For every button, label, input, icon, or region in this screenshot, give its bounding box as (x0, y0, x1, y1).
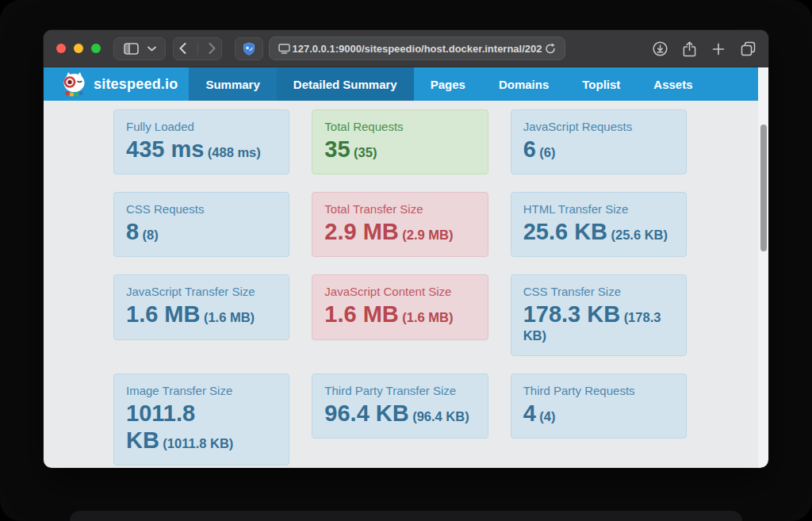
close-button[interactable] (56, 44, 66, 53)
metric-card: CSS Transfer Size178.3 KB (178.3KB) (511, 274, 687, 355)
main-column: sitespeed.io SummaryDetailed SummaryPage… (44, 67, 758, 468)
chevron-down-icon[interactable] (147, 39, 158, 58)
share-icon[interactable] (680, 40, 699, 59)
nav-item-pages[interactable]: Pages (414, 67, 482, 101)
zoom-button[interactable] (91, 44, 101, 53)
metric-label: HTML Transfer Size (523, 202, 674, 216)
metric-label: Total Transfer Size (324, 202, 475, 216)
top-navbar: sitespeed.io SummaryDetailed SummaryPage… (44, 67, 758, 101)
metric-value: 1011.8KB (1011.8 KB) (126, 400, 277, 454)
metric-value: 25.6 KB (25.6 KB) (523, 218, 674, 245)
new-tab-icon[interactable] (709, 40, 728, 59)
metric-card: Total Transfer Size2.9 MB (2.9 MB) (312, 192, 488, 257)
scrollbar-thumb[interactable] (760, 125, 767, 251)
metric-card: Image Transfer Size1011.8KB (1011.8 KB) (113, 374, 289, 465)
metric-card: CSS Requests8 (8) (113, 192, 289, 257)
dock-hint (70, 511, 742, 521)
metric-value: 1.6 MB (1.6 MB) (324, 301, 475, 328)
minimize-button[interactable] (74, 44, 83, 53)
shield-icon (243, 42, 255, 56)
metric-value: 6 (6) (523, 136, 674, 163)
extension-button[interactable] (235, 37, 263, 60)
metric-card: Fully Loaded435 ms (488 ms) (113, 109, 289, 174)
metric-card: Total Requests35 (35) (312, 109, 488, 174)
history-nav-group (173, 37, 222, 60)
window-body: sitespeed.io SummaryDetailed SummaryPage… (44, 67, 768, 468)
back-button[interactable] (174, 39, 193, 58)
metric-value: 8 (8) (126, 218, 277, 245)
metric-label: JavaScript Content Size (324, 285, 475, 298)
sidebar-toggle-group (113, 37, 166, 60)
forward-button[interactable] (203, 39, 222, 58)
metric-label: JavaScript Requests (523, 120, 674, 133)
traffic-lights (56, 44, 101, 53)
browser-window: 127.0.0.1:9000/sitespeedio/host.docker.i… (44, 30, 768, 468)
metrics-grid: Fully Loaded435 ms (488 ms)Total Request… (113, 109, 687, 465)
viewport-icon[interactable] (277, 39, 291, 58)
brand-home-link[interactable]: sitespeed.io (44, 67, 189, 101)
metric-value: 178.3 KB (178.3KB) (523, 301, 674, 343)
metric-value: 435 ms (488 ms) (126, 136, 277, 163)
metric-value: 96.4 KB (96.4 KB) (324, 400, 475, 427)
nav-item-assets[interactable]: Assets (637, 67, 709, 101)
metric-value: 1.6 MB (1.6 MB) (126, 301, 277, 328)
metric-card: JavaScript Transfer Size1.6 MB (1.6 MB) (113, 274, 289, 339)
divider (197, 42, 198, 55)
metric-label: Image Transfer Size (126, 384, 277, 397)
nav-item-summary[interactable]: Summary (189, 67, 276, 101)
brand-text: sitespeed.io (94, 76, 178, 93)
metric-label: Third Party Requests (523, 384, 674, 397)
metric-label: CSS Transfer Size (523, 285, 674, 298)
scrollbar-track (758, 67, 768, 468)
metric-label: Third Party Transfer Size (324, 384, 475, 397)
sitespeedio-logo-icon (61, 71, 87, 97)
toolbar-right (650, 30, 757, 67)
browser-toolbar: 127.0.0.1:9000/sitespeedio/host.docker.i… (44, 30, 768, 67)
metric-label: JavaScript Transfer Size (126, 285, 277, 298)
page-content: Fully Loaded435 ms (488 ms)Total Request… (44, 101, 758, 468)
metric-card: Third Party Transfer Size96.4 KB (96.4 K… (312, 374, 488, 439)
nav-item-detailed-summary[interactable]: Detailed Summary (277, 67, 414, 101)
metric-value: 4 (4) (523, 400, 674, 427)
metric-card: Third Party Requests4 (4) (511, 374, 687, 439)
metric-card: JavaScript Content Size1.6 MB (1.6 MB) (312, 274, 488, 339)
nav-item-domains[interactable]: Domains (482, 67, 565, 101)
address-bar[interactable]: 127.0.0.1:9000/sitespeedio/host.docker.i… (269, 36, 565, 60)
nav-item-toplist[interactable]: Toplist (565, 67, 637, 101)
nav-items: SummaryDetailed SummaryPagesDomainsTopli… (189, 67, 709, 101)
metric-label: CSS Requests (126, 202, 277, 216)
downloads-icon[interactable] (650, 40, 669, 59)
screen: 127.0.0.1:9000/sitespeedio/host.docker.i… (0, 0, 812, 521)
metric-label: Fully Loaded (126, 120, 277, 133)
reload-icon[interactable] (543, 39, 557, 58)
metric-label: Total Requests (324, 120, 475, 133)
metric-card: JavaScript Requests6 (6) (511, 109, 687, 174)
metric-value: 2.9 MB (2.9 MB) (324, 218, 475, 245)
tab-overview-icon[interactable] (738, 40, 757, 59)
sidebar-icon[interactable] (122, 39, 141, 58)
metric-card: HTML Transfer Size25.6 KB (25.6 KB) (511, 192, 687, 257)
metric-value: 35 (35) (324, 136, 475, 163)
url-text: 127.0.0.1:9000/sitespeedio/host.docker.i… (291, 43, 543, 55)
